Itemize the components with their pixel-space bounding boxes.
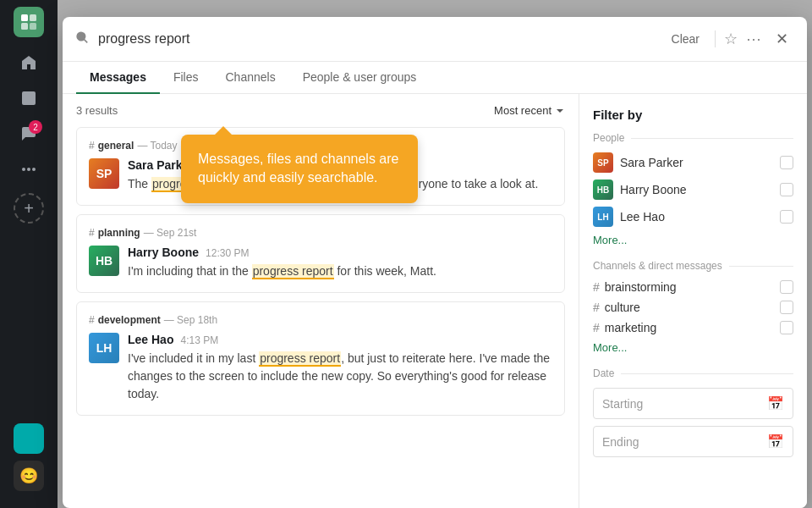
filter-item-lee[interactable]: LH Lee Hao	[593, 207, 793, 227]
star-icon[interactable]: ☆	[724, 30, 738, 48]
text-before: The	[128, 177, 151, 190]
filter-person-harry: HB Harry Boone	[593, 179, 687, 200]
hash-icon: #	[89, 140, 95, 152]
avatar: SP	[89, 158, 119, 189]
channel-date: — Today	[137, 140, 177, 152]
tooltip: Messages, files and channels are quickly…	[181, 135, 418, 203]
channel-name: general	[98, 140, 134, 152]
filter-name-sara: Sara Parker	[620, 156, 683, 169]
filter-sidebar: Filter by People SP Sara Parker HB	[579, 94, 807, 508]
filter-avatar-sara: SP	[593, 152, 613, 173]
tab-files[interactable]: Files	[160, 62, 212, 94]
modal-body: 3 results Most recent Messages, files an…	[63, 94, 807, 508]
message-text: I've included it in my last progress rep…	[128, 350, 552, 403]
filter-title: Filter by	[593, 108, 793, 122]
clear-button[interactable]: Clear	[665, 30, 706, 47]
highlighted-term: progress report	[259, 351, 341, 367]
message-time: 4:13 PM	[180, 334, 218, 346]
starting-label: Starting	[602, 397, 643, 411]
message-card: # planning — Sep 21st HB Harry Boone 12:…	[76, 214, 565, 293]
svg-rect-4	[22, 91, 36, 105]
message-header: Harry Boone 12:30 PM	[128, 246, 436, 259]
filter-person-sara: SP Sara Parker	[593, 152, 683, 173]
checkbox-marketing[interactable]	[780, 321, 793, 334]
avatar: HB	[89, 246, 119, 276]
filter-item-marketing[interactable]: # marketing	[593, 321, 793, 334]
calendar-icon: 📅	[767, 395, 784, 411]
channels-more-link[interactable]: More...	[593, 341, 793, 354]
checkbox-lee[interactable]	[780, 210, 793, 224]
channel-hash-icon: #	[593, 280, 600, 294]
checkbox-sara[interactable]	[780, 156, 793, 169]
sidebar-item-home[interactable]	[14, 47, 44, 78]
message-row: HB Harry Boone 12:30 PM I'm including th…	[89, 246, 552, 280]
message-card: # development — Sep 18th LH Lee Hao 4:13…	[76, 301, 565, 416]
ending-date-input[interactable]: Ending 📅	[593, 426, 793, 457]
add-workspace-button[interactable]: +	[14, 193, 44, 224]
search-header: Clear ☆ ⋯ ✕	[63, 17, 807, 62]
checkbox-harry[interactable]	[780, 183, 793, 196]
svg-point-7	[32, 168, 36, 171]
filter-channel-marketing: # marketing	[593, 321, 656, 334]
search-input[interactable]	[98, 31, 656, 47]
message-text: I'm including that in the progress repor…	[128, 262, 436, 280]
sidebar-item-home2[interactable]	[14, 83, 44, 113]
channel-name: planning	[98, 227, 140, 239]
message-author: Harry Boone	[128, 246, 199, 259]
tab-channels[interactable]: Channels	[212, 62, 289, 94]
main-area: Clear ☆ ⋯ ✕ Messages Files Channels Peop…	[58, 0, 812, 508]
filter-person-lee: LH Lee Hao	[593, 207, 665, 227]
checkbox-brainstorming[interactable]	[780, 280, 793, 294]
search-icon	[76, 30, 90, 47]
hash-icon: #	[89, 314, 95, 326]
svg-rect-3	[30, 23, 36, 30]
channel-date: — Sep 21st	[144, 227, 197, 239]
message-author: Lee Hao	[128, 333, 173, 346]
filter-item-brainstorming[interactable]: # brainstorming	[593, 280, 793, 294]
svg-rect-2	[21, 23, 28, 30]
tab-people[interactable]: People & user groups	[289, 62, 431, 94]
modal-overlay: Clear ☆ ⋯ ✕ Messages Files Channels Peop…	[58, 0, 812, 508]
message-content: Lee Hao 4:13 PM I've included it in my l…	[128, 333, 552, 403]
channel-hash-icon: #	[593, 321, 600, 334]
sidebar: 2 + 😊	[0, 0, 58, 508]
close-button[interactable]: ✕	[770, 27, 793, 51]
checkbox-culture[interactable]	[780, 301, 793, 314]
notification-badge: 2	[29, 120, 42, 134]
sort-dropdown[interactable]: Most recent	[494, 104, 565, 117]
svg-rect-1	[30, 14, 36, 21]
filter-item-harry[interactable]: HB Harry Boone	[593, 179, 793, 200]
filter-item-sara[interactable]: SP Sara Parker	[593, 152, 793, 173]
sidebar-item-more[interactable]	[14, 154, 44, 185]
emoji-button[interactable]: 😊	[14, 461, 44, 491]
channel-date: — Sep 18th	[164, 314, 217, 326]
channels-section-label: Channels & direct messages	[593, 260, 793, 272]
sort-label: Most recent	[494, 104, 551, 117]
tab-messages[interactable]: Messages	[76, 62, 160, 94]
channel-line: # development — Sep 18th	[89, 314, 552, 326]
filter-channel-brainstorming: # brainstorming	[593, 280, 677, 294]
search-tabs: Messages Files Channels People & user gr…	[63, 62, 807, 94]
channel-line: # planning — Sep 21st	[89, 227, 552, 239]
people-more-link[interactable]: More...	[593, 234, 793, 246]
text-before: I'm including that in the	[128, 264, 252, 278]
results-area: 3 results Most recent Messages, files an…	[63, 94, 579, 508]
message-header: Lee Hao 4:13 PM	[128, 333, 552, 346]
channel-name: development	[98, 314, 161, 326]
filter-name-lee: Lee Hao	[620, 210, 665, 224]
starting-date-input[interactable]: Starting 📅	[593, 388, 793, 419]
filter-item-culture[interactable]: # culture	[593, 301, 793, 314]
sidebar-item-messages[interactable]: 2	[14, 119, 44, 149]
people-section-label: People	[593, 132, 793, 144]
channel-hash-icon: #	[593, 301, 600, 314]
ending-label: Ending	[602, 435, 639, 449]
avatar: LH	[89, 333, 119, 363]
calendar-icon: 📅	[767, 433, 784, 450]
date-section-label: Date	[593, 367, 793, 379]
message-time: 12:30 PM	[206, 247, 249, 259]
filter-channel-name: culture	[605, 301, 640, 314]
divider	[715, 30, 716, 47]
filter-avatar-harry: HB	[593, 179, 613, 200]
workspace-icon[interactable]	[14, 423, 44, 454]
more-options-icon[interactable]: ⋯	[746, 30, 761, 48]
